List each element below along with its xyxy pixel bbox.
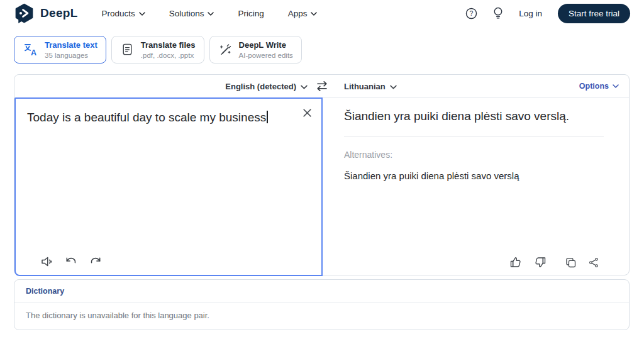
document-icon bbox=[120, 42, 135, 57]
deepl-logo-icon bbox=[14, 3, 35, 24]
target-toolbar bbox=[509, 255, 600, 269]
thumbs-up-button[interactable] bbox=[509, 255, 523, 269]
alternatives-divider bbox=[344, 136, 604, 137]
source-language-label: English (detected) bbox=[225, 82, 296, 91]
undo-button[interactable] bbox=[64, 255, 79, 269]
nav-item-apps[interactable]: Apps bbox=[288, 9, 318, 18]
tab-text-block: Translate text 35 languages bbox=[45, 40, 97, 59]
source-text-value: Today is a beautiful day to scale my bus… bbox=[27, 111, 266, 124]
language-bar: English (detected) Lithuanian bbox=[14, 75, 629, 98]
options-button[interactable]: Options bbox=[579, 82, 619, 91]
thumbs-down-icon bbox=[533, 255, 547, 269]
undo-icon bbox=[64, 255, 79, 269]
chevron-down-icon bbox=[390, 85, 397, 89]
tab-subtitle: 35 languages bbox=[45, 52, 97, 59]
dictionary-card: Dictionary The dictionary is unavailable… bbox=[14, 279, 630, 330]
start-free-trial-button[interactable]: Start free trial bbox=[558, 4, 630, 23]
tab-title: DeepL Write bbox=[239, 40, 293, 50]
nav-item-pricing[interactable]: Pricing bbox=[238, 9, 264, 18]
share-icon bbox=[588, 257, 600, 269]
chevron-down-icon bbox=[311, 12, 317, 16]
copy-icon bbox=[564, 256, 577, 269]
source-language-selector[interactable]: English (detected) bbox=[225, 82, 308, 91]
tab-subtitle: AI-powered edits bbox=[239, 52, 293, 59]
dictionary-title[interactable]: Dictionary bbox=[14, 280, 629, 302]
swap-arrows-icon bbox=[315, 80, 329, 92]
tab-text-block: Translate files .pdf, .docx, .pptx bbox=[141, 40, 196, 59]
mode-tabs: A Translate text 35 languages Translate … bbox=[14, 36, 302, 64]
alternatives-label: Alternatives: bbox=[344, 150, 604, 160]
speaker-icon bbox=[40, 254, 55, 269]
main-menu: Products Solutions Pricing Apps bbox=[102, 9, 318, 18]
svg-text:?: ? bbox=[470, 9, 474, 17]
top-navigation: DeepL Products Solutions Pricing Apps bbox=[0, 0, 644, 25]
thumbs-down-button[interactable] bbox=[533, 255, 547, 269]
nav-item-label: Pricing bbox=[238, 9, 264, 18]
share-translation-button[interactable] bbox=[588, 257, 600, 269]
translate-icon: A bbox=[23, 42, 38, 57]
brand-name: DeepL bbox=[40, 6, 78, 20]
translator-card: English (detected) Lithuanian bbox=[14, 74, 630, 275]
tab-translate-files[interactable]: Translate files .pdf, .docx, .pptx bbox=[111, 36, 204, 64]
target-language-selector[interactable]: Lithuanian bbox=[344, 82, 397, 91]
chevron-down-icon bbox=[301, 85, 308, 89]
tab-text-block: DeepL Write AI-powered edits bbox=[239, 40, 293, 59]
write-pen-icon bbox=[218, 42, 233, 57]
alternative-option[interactable]: Šiandien yra puiki diena plėsti savo ver… bbox=[344, 170, 604, 181]
chevron-down-icon bbox=[139, 12, 145, 16]
help-icon[interactable]: ? bbox=[465, 8, 477, 19]
thumbs-up-icon bbox=[509, 255, 523, 269]
close-icon bbox=[303, 108, 312, 118]
source-language-zone: English (detected) bbox=[14, 82, 308, 91]
nav-right-actions: ? Log in Start free trial bbox=[465, 4, 630, 23]
source-toolbar bbox=[40, 254, 103, 269]
text-caret bbox=[267, 111, 268, 123]
target-text-panel: Šiandien yra puiki diena plėsti savo ver… bbox=[323, 97, 629, 275]
copy-translation-button[interactable] bbox=[564, 256, 577, 269]
chevron-down-icon bbox=[208, 12, 214, 16]
target-language-zone: Lithuanian bbox=[344, 82, 397, 91]
log-in-link[interactable]: Log in bbox=[519, 9, 542, 18]
tab-deepl-write[interactable]: DeepL Write AI-powered edits bbox=[209, 36, 302, 64]
tab-title: Translate files bbox=[141, 40, 196, 50]
tab-title: Translate text bbox=[45, 40, 97, 50]
nav-item-label: Solutions bbox=[169, 9, 204, 18]
redo-icon bbox=[88, 255, 103, 269]
dictionary-message: The dictionary is unavailable for this l… bbox=[14, 302, 629, 330]
source-text-panel[interactable]: Today is a beautiful day to scale my bus… bbox=[14, 97, 323, 276]
lightbulb-icon[interactable] bbox=[493, 7, 503, 19]
source-text-input[interactable]: Today is a beautiful day to scale my bus… bbox=[16, 99, 321, 126]
swap-languages-button[interactable] bbox=[308, 80, 336, 92]
target-language-label: Lithuanian bbox=[344, 82, 386, 91]
clear-source-button[interactable] bbox=[303, 108, 312, 118]
options-label: Options bbox=[579, 82, 609, 91]
nav-item-label: Apps bbox=[288, 9, 308, 18]
listen-source-button[interactable] bbox=[40, 254, 55, 269]
chevron-down-icon bbox=[613, 84, 619, 88]
tab-translate-text[interactable]: A Translate text 35 languages bbox=[14, 36, 106, 64]
tab-subtitle: .pdf, .docx, .pptx bbox=[141, 52, 196, 59]
nav-item-solutions[interactable]: Solutions bbox=[169, 9, 214, 18]
nav-item-label: Products bbox=[102, 9, 135, 18]
deepl-logo[interactable]: DeepL bbox=[14, 3, 78, 24]
nav-item-products[interactable]: Products bbox=[102, 9, 145, 18]
svg-text:A: A bbox=[31, 48, 36, 57]
redo-button[interactable] bbox=[88, 255, 103, 269]
deepl-translator-page: DeepL Products Solutions Pricing Apps bbox=[0, 0, 644, 344]
translated-text: Šiandien yra puiki diena plėsti savo ver… bbox=[344, 108, 604, 125]
